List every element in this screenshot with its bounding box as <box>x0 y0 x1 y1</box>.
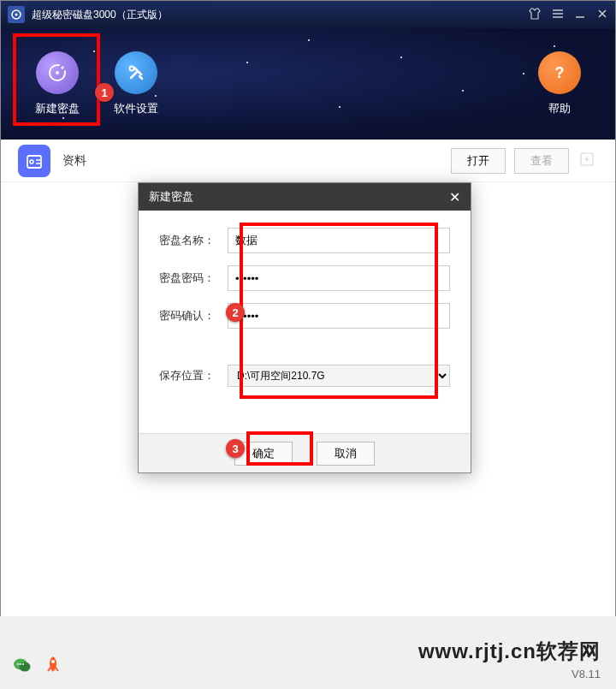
annotation-badge-1: 1 <box>95 83 114 102</box>
content-area: 新建密盘 ✕ 密盘名称： 密盘密码： 密码确认： 保 <box>1 182 615 616</box>
password-label: 密盘密码： <box>159 270 228 286</box>
disk-add-icon <box>36 51 79 94</box>
svg-point-15 <box>51 660 55 663</box>
chat-icon[interactable] <box>12 655 33 680</box>
watermark-text: www.rjtj.cn软荐网 <box>418 638 601 665</box>
svg-point-8 <box>30 160 33 163</box>
help-icon: ? <box>538 51 581 94</box>
content-toolbar: 资料 打开 查看 <box>1 140 615 182</box>
dialog-title: 新建密盘 <box>149 189 449 205</box>
folder-lock-icon <box>18 145 50 177</box>
dialog-close-icon[interactable]: ✕ <box>449 189 460 205</box>
svg-point-13 <box>20 663 21 665</box>
app-icon <box>8 6 25 23</box>
annotation-badge-3: 3 <box>226 439 245 458</box>
name-label: 密盘名称： <box>159 233 228 248</box>
footer-icons <box>12 655 63 680</box>
location-label: 保存位置： <box>159 368 228 383</box>
new-disk-label: 新建密盘 <box>35 101 80 116</box>
version-text: V8.11 <box>572 668 601 680</box>
close-icon[interactable] <box>596 8 608 22</box>
help-label: 帮助 <box>548 101 571 116</box>
help-button[interactable]: ? 帮助 <box>538 51 581 116</box>
skin-icon[interactable] <box>528 7 542 23</box>
svg-text:?: ? <box>555 64 565 81</box>
dialog-titlebar: 新建密盘 ✕ <box>139 183 471 211</box>
new-disk-dialog: 新建密盘 ✕ 密盘名称： 密盘密码： 密码确认： 保 <box>138 182 471 473</box>
tools-icon <box>115 51 157 94</box>
header-toolbar: 新建密盘 软件设置 ? 帮助 <box>1 28 615 140</box>
dialog-footer: 确定 取消 <box>139 433 471 472</box>
cancel-button[interactable]: 取消 <box>317 442 375 466</box>
rocket-icon[interactable] <box>43 655 63 680</box>
new-disk-button[interactable]: 新建密盘 <box>35 51 80 116</box>
app-title: 超级秘密磁盘3000（正式版） <box>32 8 528 22</box>
password-input[interactable] <box>228 265 450 291</box>
svg-point-12 <box>17 663 19 665</box>
annotation-badge-2: 2 <box>226 303 245 322</box>
view-button[interactable]: 查看 <box>514 148 569 174</box>
location-select[interactable]: D:\可用空间210.7G <box>228 365 450 387</box>
svg-point-5 <box>130 67 134 71</box>
minimize-icon[interactable] <box>574 8 586 22</box>
confirm-password-input[interactable] <box>228 303 450 329</box>
confirm-label: 密码确认： <box>159 308 228 324</box>
titlebar: 超级秘密磁盘3000（正式版） <box>1 1 615 28</box>
svg-point-1 <box>15 14 18 16</box>
item-name: 资料 <box>62 153 442 169</box>
settings-label: 软件设置 <box>114 101 158 116</box>
menu-icon[interactable] <box>552 8 564 22</box>
disk-name-input[interactable] <box>228 228 450 253</box>
app-window: 超级秘密磁盘3000（正式版） <box>0 0 616 616</box>
svg-point-3 <box>56 71 59 74</box>
open-button[interactable]: 打开 <box>451 148 506 174</box>
expand-icon[interactable] <box>579 151 598 170</box>
svg-point-14 <box>22 663 24 665</box>
settings-button[interactable]: 软件设置 <box>114 51 158 116</box>
